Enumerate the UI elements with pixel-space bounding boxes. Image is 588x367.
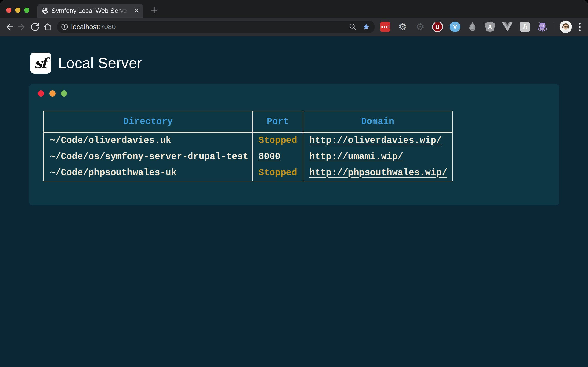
extensions-area: ⚙ ⚙ U V A [378, 22, 551, 32]
vue-extension-icon[interactable] [502, 22, 513, 32]
port-link[interactable]: 8000 [258, 152, 280, 162]
directory-cell: ~/Code/phpsouthwales-uk [44, 165, 253, 181]
ublock-extension-icon[interactable]: U [432, 22, 443, 32]
vimium-extension-icon[interactable]: V [450, 22, 460, 32]
url-text[interactable]: localhost:7080 [71, 23, 115, 31]
table-header-row: Directory Port Domain [44, 111, 452, 132]
column-header-domain: Domain [303, 111, 452, 132]
page-title: Local Server [58, 55, 142, 72]
profile-avatar[interactable] [560, 21, 572, 33]
domain-link[interactable]: http://phpsouthwales.wip/ [309, 168, 447, 178]
port-cell: Stopped [253, 132, 303, 149]
panel-green-dot [61, 90, 67, 97]
symfony-logo-glyph: sf [34, 55, 47, 72]
window-controls [6, 8, 29, 13]
table-row: ~/Code/phpsouthwales-uk Stopped http://p… [44, 165, 452, 181]
page-content: sf Local Server Directory Port Domain [0, 36, 588, 367]
github-octocat-extension-icon[interactable] [537, 22, 548, 32]
home-button[interactable] [41, 20, 54, 33]
toolbar-divider [553, 23, 554, 31]
gear-disabled-extension-icon[interactable]: ⚙ [415, 22, 425, 32]
reload-button[interactable] [28, 20, 41, 33]
server-panel: Directory Port Domain ~/Code/oliverdavie… [29, 84, 559, 205]
domain-cell: http://phpsouthwales.wip/ [303, 165, 452, 181]
domain-cell: http://oliverdavies.wip/ [303, 132, 452, 149]
site-info-icon[interactable] [61, 23, 68, 30]
h-extension-icon[interactable]: h [519, 22, 530, 32]
zoom-level-icon[interactable] [348, 22, 358, 32]
panel-window-dots [38, 90, 559, 97]
domain-link[interactable]: http://umami.wip/ [309, 152, 403, 162]
angular-extension-icon[interactable]: A [485, 22, 495, 32]
tab-strip: Symfony Local Web Server: Prox [0, 0, 588, 18]
window-zoom-button[interactable] [24, 8, 29, 13]
directory-cell: ~/Code/os/symfony-server-drupal-test [44, 149, 253, 165]
status-stopped-badge: Stopped [258, 168, 297, 178]
globe-favicon-icon [42, 8, 48, 14]
column-header-port: Port [253, 111, 303, 132]
window-close-button[interactable] [6, 8, 11, 13]
browser-toolbar: localhost:7080 ⚙ [0, 18, 588, 36]
browser-tab[interactable]: Symfony Local Web Server: Prox [37, 4, 143, 18]
symfony-logo-icon: sf [30, 52, 51, 74]
brand-header: sf Local Server [30, 52, 588, 74]
column-header-directory: Directory [44, 111, 253, 132]
url-host: localhost [71, 23, 98, 31]
browser-window: Symfony Local Web Server: Prox [0, 0, 588, 367]
table-row: ~/Code/os/symfony-server-drupal-test 800… [44, 149, 452, 165]
drupal-extension-icon[interactable] [467, 22, 478, 32]
port-cell: 8000 [253, 149, 303, 165]
proxy-table: Directory Port Domain ~/Code/oliverdavie… [43, 111, 453, 181]
back-button[interactable] [3, 20, 16, 33]
domain-cell: http://umami.wip/ [303, 149, 452, 165]
browser-menu-icon[interactable] [575, 21, 584, 32]
domain-link[interactable]: http://oliverdavies.wip/ [309, 135, 442, 146]
password-manager-extension-icon[interactable] [380, 22, 390, 32]
gear-extension-icon[interactable]: ⚙ [397, 22, 408, 32]
bookmark-star-icon[interactable] [361, 22, 371, 32]
window-minimize-button[interactable] [15, 8, 20, 13]
new-tab-button[interactable] [149, 5, 159, 15]
forward-button[interactable] [16, 20, 28, 33]
directory-cell: ~/Code/oliverdavies.uk [44, 132, 253, 149]
panel-orange-dot [49, 90, 56, 97]
address-bar[interactable]: localhost:7080 [57, 21, 375, 33]
port-cell: Stopped [253, 165, 303, 181]
status-stopped-badge: Stopped [258, 135, 297, 146]
tab-title: Symfony Local Web Server: Prox [52, 7, 129, 15]
tab-close-icon[interactable] [132, 7, 140, 15]
panel-red-dot [38, 90, 44, 97]
table-row: ~/Code/oliverdavies.uk Stopped http://ol… [44, 132, 452, 149]
url-port: :7080 [98, 23, 115, 31]
